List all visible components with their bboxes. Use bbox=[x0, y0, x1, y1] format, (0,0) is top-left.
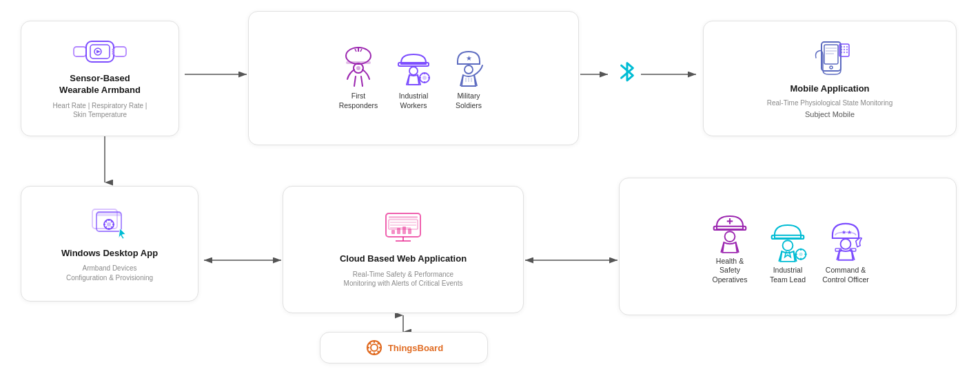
military-soldiers-item: ★ Military Soldiers bbox=[445, 42, 492, 109]
svg-point-49 bbox=[844, 46, 845, 48]
svg-rect-81 bbox=[408, 229, 411, 234]
industrial-workers-item: Industrial Workers bbox=[390, 42, 437, 109]
users-box: FirstResponders bbox=[248, 11, 579, 145]
svg-point-85 bbox=[725, 231, 735, 242]
svg-rect-71 bbox=[389, 216, 418, 218]
cloud-icon bbox=[380, 211, 426, 249]
svg-text:★: ★ bbox=[466, 54, 472, 62]
svg-point-18 bbox=[112, 49, 114, 51]
desktop-box: Windows Desktop App Armband Devices Conf… bbox=[21, 186, 198, 302]
svg-point-87 bbox=[783, 241, 793, 251]
svg-line-107 bbox=[378, 343, 379, 344]
svg-rect-42 bbox=[824, 45, 838, 64]
wearable-title: Sensor-Based Wearable Armband bbox=[59, 73, 141, 96]
svg-point-51 bbox=[841, 49, 842, 50]
mobile-title: Mobile Application bbox=[790, 83, 869, 95]
svg-line-68 bbox=[111, 220, 112, 222]
health-safety-item: Health & Safety Operatives bbox=[705, 204, 755, 284]
thingsboard-label: ThingsBoard bbox=[388, 343, 443, 353]
first-responders-label: FirstResponders bbox=[339, 92, 378, 109]
command-control-label: Command & Control Officer bbox=[822, 266, 869, 284]
mobile-icon bbox=[809, 39, 850, 79]
svg-rect-82 bbox=[714, 226, 746, 230]
svg-rect-59 bbox=[96, 212, 121, 216]
industrial-workers-label: Industrial Workers bbox=[399, 92, 429, 109]
mobile-sub2: Subject Mobile bbox=[805, 110, 855, 118]
svg-rect-13 bbox=[114, 47, 126, 56]
cloud-subtitle: Real-Time Safety & Performance Monitorin… bbox=[344, 270, 463, 288]
military-soldiers-label: Military Soldiers bbox=[456, 92, 482, 109]
svg-point-27 bbox=[356, 66, 360, 70]
svg-point-55 bbox=[844, 52, 845, 53]
industrial-team-lead-item: Industrial Team Lead bbox=[763, 213, 813, 284]
svg-line-69 bbox=[105, 226, 107, 228]
svg-marker-17 bbox=[96, 50, 101, 54]
diagram: Sensor-Based Wearable Armband Heart Rate… bbox=[0, 0, 980, 369]
svg-text:★: ★ bbox=[841, 229, 846, 235]
desktop-subtitle: Armband Devices Configuration & Provisio… bbox=[66, 264, 153, 282]
svg-point-46 bbox=[830, 66, 833, 69]
desktop-icon bbox=[88, 205, 131, 244]
svg-point-61 bbox=[107, 222, 111, 226]
thingsboard-box: ThingsBoard bbox=[320, 332, 488, 363]
first-responders-item: FirstResponders bbox=[335, 42, 382, 109]
svg-point-19 bbox=[112, 51, 114, 53]
wearable-subtitle: Heart Rate | Respiratory Rate | Skin Tem… bbox=[53, 101, 147, 120]
svg-point-100 bbox=[371, 344, 378, 351]
svg-rect-86 bbox=[772, 235, 804, 239]
desktop-title: Windows Desktop App bbox=[61, 248, 158, 260]
svg-rect-78 bbox=[391, 230, 395, 234]
supervisors-icon-row: Health & Safety Operatives bbox=[705, 204, 870, 284]
svg-point-29 bbox=[409, 67, 418, 75]
svg-point-54 bbox=[841, 52, 842, 53]
health-safety-label: Health & Safety Operatives bbox=[705, 257, 755, 284]
svg-point-53 bbox=[846, 49, 848, 50]
svg-point-20 bbox=[112, 53, 114, 55]
thingsboard-logo-icon bbox=[365, 338, 384, 357]
svg-rect-12 bbox=[74, 47, 86, 56]
svg-line-105 bbox=[369, 343, 371, 344]
svg-line-106 bbox=[378, 351, 379, 352]
cloud-title: Cloud Based Web Application bbox=[340, 253, 467, 265]
cloud-box: Cloud Based Web Application Real-Time Sa… bbox=[283, 186, 524, 313]
mobile-box: Mobile Application Real-Time Physiologic… bbox=[703, 21, 957, 136]
armband-icon bbox=[72, 37, 127, 69]
svg-point-31 bbox=[422, 76, 427, 80]
users-icon-row: FirstResponders bbox=[335, 42, 492, 109]
svg-point-96 bbox=[841, 239, 851, 249]
wearable-box: Sensor-Based Wearable Armband Heart Rate… bbox=[21, 21, 179, 136]
svg-rect-79 bbox=[397, 228, 400, 234]
bluetooth-icon bbox=[615, 61, 640, 85]
svg-text:★: ★ bbox=[847, 229, 852, 235]
svg-line-66 bbox=[105, 220, 107, 222]
svg-point-56 bbox=[846, 52, 848, 53]
command-control-item: ★ ★ Command & Control Officer bbox=[821, 213, 870, 284]
svg-point-48 bbox=[841, 46, 842, 48]
svg-line-67 bbox=[111, 226, 112, 228]
mobile-subtitle: Real-Time Physiological State Monitoring bbox=[767, 98, 893, 108]
svg-point-36 bbox=[465, 65, 473, 74]
supervisors-box: Health & Safety Operatives bbox=[619, 178, 957, 315]
svg-point-52 bbox=[844, 49, 845, 50]
svg-point-89 bbox=[799, 253, 802, 256]
svg-line-25 bbox=[360, 49, 362, 52]
svg-rect-80 bbox=[402, 226, 406, 234]
svg-line-108 bbox=[369, 351, 371, 352]
industrial-team-lead-label: Industrial Team Lead bbox=[770, 266, 806, 284]
svg-point-50 bbox=[846, 46, 848, 48]
svg-line-24 bbox=[355, 49, 356, 52]
